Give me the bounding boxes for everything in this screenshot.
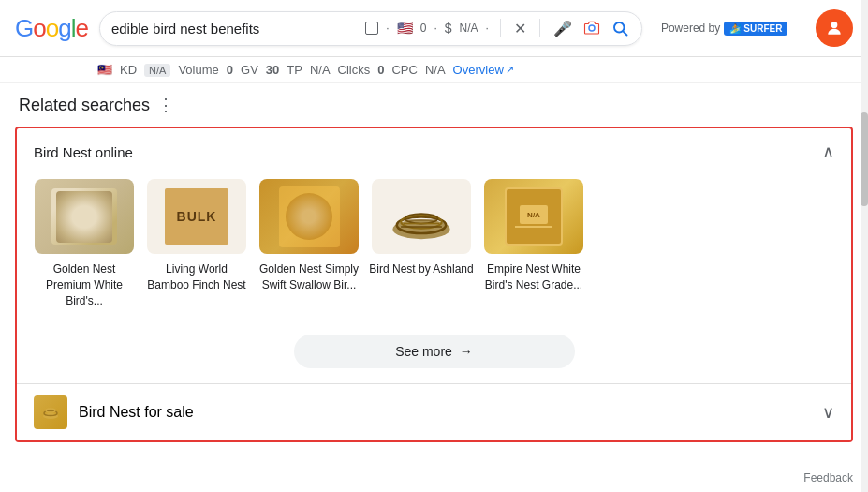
product-name-3: Golden Nest Simply Swift Swallow Bir...: [257, 261, 361, 293]
related-searches-title: Related searches: [19, 96, 150, 115]
gv-value: 30: [266, 63, 279, 77]
search-submit-button[interactable]: [610, 18, 630, 38]
keyword-row: 🇲🇾 KD N/A Volume 0 GV 30 TP N/A Clicks 0…: [0, 57, 868, 83]
related-searches-box: Bird Nest online ∧ Golden Nest Premium W…: [15, 127, 853, 442]
product-image-2: BULK: [147, 179, 246, 254]
scrollbar-track: [861, 0, 868, 492]
search-bar-icons: · 🇺🇸 0 · $ N/A · ✕ 🎤: [365, 18, 630, 39]
more-options-button[interactable]: ⋮: [157, 95, 174, 115]
search-input[interactable]: edible bird nest benefits: [111, 21, 358, 37]
nest-svg: [389, 191, 454, 243]
svg-point-3: [831, 22, 838, 28]
powered-by-label: Powered by: [661, 22, 720, 35]
product-name-5: Empire Nest White Bird's Nest Grade...: [481, 261, 586, 293]
tp-value: N/A: [310, 63, 331, 77]
feedback-link[interactable]: Feedback: [803, 471, 853, 485]
expand-sale-icon: ∨: [822, 402, 834, 423]
volume-value: 0: [227, 63, 233, 77]
image-search-button[interactable]: [581, 18, 602, 38]
search-divider2: [539, 19, 540, 37]
voice-search-button[interactable]: 🎤: [552, 18, 574, 39]
product-visual-5: N/A: [484, 179, 583, 254]
search-divider: [500, 19, 501, 37]
product-card-2[interactable]: BULK Living World Bamboo Finch Nest: [140, 175, 253, 312]
dot-separator2: ·: [434, 22, 436, 35]
header: Google edible bird nest benefits · 🇺🇸 0 …: [0, 0, 868, 57]
main-content: Related searches ⋮ Bird Nest online ∧ Go…: [0, 83, 868, 442]
surfer-label: SURFER: [743, 23, 782, 34]
product-image-5: N/A: [484, 179, 583, 254]
svg-point-0: [589, 25, 595, 31]
bird-nest-sale-title: Bird Nest for sale: [79, 404, 194, 421]
bulk-box: BULK: [165, 188, 228, 245]
product-visual-3: [259, 179, 359, 254]
surfer-badge: 🏄 SURFER: [724, 22, 787, 36]
cpc-label: CPC: [391, 63, 417, 77]
scrollbar-thumb[interactable]: [861, 112, 868, 206]
overview-label: Overview: [453, 63, 504, 77]
see-more-button[interactable]: See more →: [294, 335, 575, 368]
tp-label: TP: [287, 63, 302, 77]
dot-separator3: ·: [486, 22, 489, 35]
dollar-icon: $: [445, 21, 452, 36]
overview-link[interactable]: Overview ↗: [453, 63, 514, 77]
clear-search-button[interactable]: ✕: [512, 18, 528, 39]
bird-nest-online-title: Bird Nest online: [34, 144, 133, 160]
product-image-4: [372, 179, 471, 254]
number-0: 0: [420, 22, 427, 35]
product-visual-4: [372, 179, 471, 254]
product-image-1: [35, 179, 134, 254]
product-card-4[interactable]: Bird Nest by Ashland: [365, 175, 478, 312]
flag-icon: 🇺🇸: [397, 21, 413, 36]
powered-by-section: Powered by 🏄 SURFER: [661, 22, 788, 36]
dot-separator: ·: [386, 22, 389, 35]
svg-line-2: [623, 31, 626, 35]
see-more-container: See more →: [17, 327, 851, 383]
na-text: N/A: [460, 22, 478, 35]
volume-label: Volume: [178, 63, 218, 77]
product-card-5[interactable]: N/A Empire Nest White Bird's Nest Grade.…: [478, 175, 590, 312]
clicks-value: 0: [377, 63, 384, 77]
logo-e: e: [75, 14, 87, 43]
product-name-4: Bird Nest by Ashland: [369, 261, 473, 277]
see-more-arrow: →: [460, 344, 473, 359]
product-image-3: [259, 179, 359, 254]
external-link-icon: ↗: [506, 64, 514, 76]
cpc-value: N/A: [425, 63, 446, 77]
product-name-2: Living World Bamboo Finch Nest: [144, 261, 249, 293]
user-avatar[interactable]: [816, 9, 853, 47]
logo-o1: o: [33, 14, 45, 43]
product-card-1[interactable]: Golden Nest Premium White Bird's...: [28, 175, 140, 312]
product-card-3[interactable]: Golden Nest Simply Swift Swallow Bir...: [253, 175, 365, 312]
sale-thumbnail: [34, 395, 67, 429]
search-bar: edible bird nest benefits · 🇺🇸 0 · $ N/A…: [99, 11, 642, 46]
logo-g: G: [15, 14, 33, 43]
product-visual-2: BULK: [147, 179, 246, 254]
see-more-label: See more: [395, 344, 452, 359]
collapse-icon: ∧: [822, 142, 834, 162]
flag-emoji: 🇲🇾: [97, 63, 112, 77]
gv-label: GV: [241, 63, 258, 77]
product-name-1: Golden Nest Premium White Bird's...: [32, 261, 137, 308]
logo-g2: g: [58, 14, 70, 43]
clicks-label: Clicks: [338, 63, 371, 77]
bird-nest-online-section-header[interactable]: Bird Nest online ∧: [17, 128, 851, 175]
product-visual-1: [35, 179, 134, 254]
google-logo: Google: [15, 14, 88, 43]
products-row: Golden Nest Premium White Bird's... BULK…: [17, 175, 851, 327]
logo-o2: o: [46, 14, 58, 43]
kd-label: KD: [120, 63, 137, 77]
kd-na-badge: N/A: [144, 64, 170, 77]
sale-section-left: Bird Nest for sale: [34, 395, 194, 429]
bird-nest-sale-section-header[interactable]: Bird Nest for sale ∨: [17, 383, 851, 440]
checkbox-icon: [365, 22, 378, 35]
related-searches-header: Related searches ⋮: [15, 95, 853, 115]
